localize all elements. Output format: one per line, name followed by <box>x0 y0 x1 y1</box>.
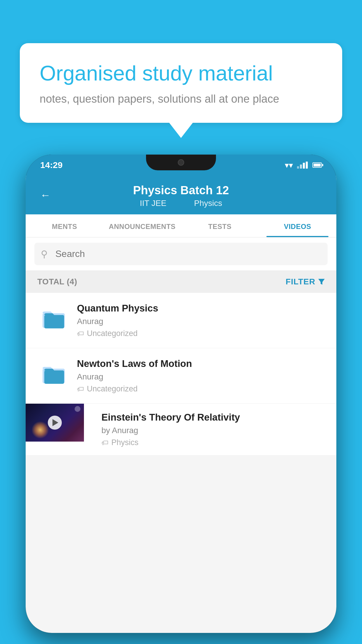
video-info: Newton's Laws of Motion Anurag 🏷 Uncateg… <box>77 358 325 393</box>
total-count: TOTAL (4) <box>37 277 77 286</box>
svg-rect-2 <box>44 315 64 328</box>
tag-label: Uncategorized <box>87 384 138 393</box>
status-time: 14:29 <box>40 160 63 170</box>
video-tag: 🏷 Uncategorized <box>77 384 325 393</box>
video-title: Einstein's Theory Of Relativity <box>101 412 328 423</box>
folder-icon <box>42 364 68 388</box>
phone-notch <box>146 155 216 170</box>
play-button[interactable] <box>48 416 62 430</box>
filter-bar: TOTAL (4) FILTER <box>26 271 336 293</box>
tag-icon: 🏷 <box>101 439 108 447</box>
filter-label: FILTER <box>286 277 315 286</box>
search-icon: ⚲ <box>41 249 48 260</box>
video-info: Einstein's Theory Of Relativity by Anura… <box>93 404 336 455</box>
speech-bubble-title: Organised study material <box>40 61 322 86</box>
camera-dot <box>178 159 184 166</box>
tag-icon: 🏷 <box>77 330 84 338</box>
video-title: Quantum Physics <box>77 303 325 314</box>
video-author: Anurag <box>77 372 325 382</box>
tag-label: Physics <box>111 438 138 447</box>
phone-frame: 14:29 ▾▾ ← Physics Batch 12 IIT JEE Phys… <box>26 155 336 633</box>
back-button[interactable]: ← <box>40 189 51 201</box>
subtitle-physics: Physics <box>194 199 222 208</box>
filter-icon <box>318 279 325 285</box>
wifi-icon: ▾▾ <box>285 160 293 170</box>
video-author: by Anurag <box>101 426 328 435</box>
speech-bubble-section: Organised study material notes, question… <box>20 43 342 123</box>
speech-bubble-subtitle: notes, question papers, solutions all at… <box>40 93 322 105</box>
video-tag: 🏷 Uncategorized <box>77 329 325 338</box>
play-icon <box>52 419 58 426</box>
app-title: Physics Batch 12 <box>40 184 322 197</box>
filter-button[interactable]: FILTER <box>286 277 325 286</box>
search-wrapper: ⚲ <box>34 243 328 265</box>
speech-bubble-card: Organised study material notes, question… <box>20 43 342 123</box>
video-title: Newton's Laws of Motion <box>77 358 325 369</box>
video-author: Anurag <box>77 317 325 326</box>
search-input[interactable] <box>34 243 328 265</box>
battery-icon <box>312 162 322 168</box>
video-tag: 🏷 Physics <box>101 438 328 447</box>
tab-ments[interactable]: MENTS <box>26 214 103 237</box>
list-item[interactable]: Einstein's Theory Of Relativity by Anura… <box>26 404 336 456</box>
app-subtitle: IIT JEE Physics <box>40 199 322 208</box>
video-thumbnail <box>26 404 84 442</box>
video-info: Quantum Physics Anurag 🏷 Uncategorized <box>77 303 325 338</box>
signal-icon <box>297 162 308 169</box>
subtitle-iitjee: IIT JEE <box>140 199 166 208</box>
svg-rect-4 <box>44 370 64 384</box>
tag-icon: 🏷 <box>77 385 84 393</box>
tab-announcements[interactable]: ANNOUNCEMENTS <box>103 214 181 237</box>
tab-tests[interactable]: TESTS <box>181 214 259 237</box>
app-content: ← Physics Batch 12 IIT JEE Physics MENTS… <box>26 176 336 633</box>
search-bar: ⚲ <box>26 237 336 271</box>
video-list: Quantum Physics Anurag 🏷 Uncategorized <box>26 293 336 456</box>
tag-label: Uncategorized <box>87 329 138 338</box>
tabs-bar: MENTS ANNOUNCEMENTS TESTS VIDEOS <box>26 214 336 237</box>
status-icons: ▾▾ <box>285 160 322 170</box>
list-item[interactable]: Newton's Laws of Motion Anurag 🏷 Uncateg… <box>26 348 336 404</box>
list-item[interactable]: Quantum Physics Anurag 🏷 Uncategorized <box>26 293 336 348</box>
tab-videos[interactable]: VIDEOS <box>259 214 337 237</box>
subtitle-divider <box>177 199 184 208</box>
top-bar: ← Physics Batch 12 IIT JEE Physics <box>26 176 336 214</box>
folder-icon <box>42 309 68 332</box>
svg-marker-0 <box>318 279 325 285</box>
